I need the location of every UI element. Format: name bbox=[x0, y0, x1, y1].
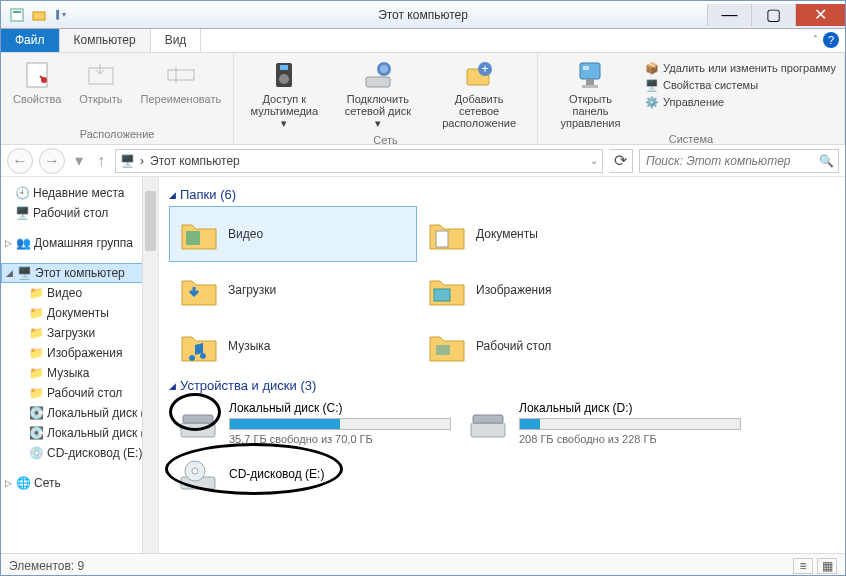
ribbon-map-drive-button[interactable]: Подключитьсетевой диск ▾ bbox=[336, 57, 419, 132]
maximize-button[interactable]: ▢ bbox=[751, 4, 795, 26]
sidebar-item-this-pc[interactable]: ◢🖥️Этот компьютер bbox=[1, 263, 158, 283]
ribbon-properties-button[interactable]: Свойства bbox=[9, 57, 65, 126]
sidebar-item-homegroup[interactable]: ▷👥Домашняя группа bbox=[1, 233, 158, 253]
address-bar[interactable]: 🖥️ › Этот компьютер ⌄ bbox=[115, 149, 603, 173]
address-row: ← → ▾ ↑ 🖥️ › Этот компьютер ⌄ ⟳ 🔍 bbox=[1, 145, 845, 177]
folder-music[interactable]: Музыка bbox=[169, 318, 417, 374]
section-drives[interactable]: ◢Устройства и диски (3) bbox=[169, 374, 835, 397]
ribbon-collapse-icon[interactable]: ˆ bbox=[814, 35, 817, 46]
nav-history-dropdown[interactable]: ▾ bbox=[71, 148, 87, 174]
section-folders[interactable]: ◢Папки (6) bbox=[169, 183, 835, 206]
recent-icon: 🕘 bbox=[15, 186, 29, 200]
breadcrumb-current[interactable]: Этот компьютер bbox=[150, 154, 240, 168]
title-bar: ▌▾ Этот компьютер — ▢ ✕ bbox=[1, 1, 845, 29]
ribbon-uninstall-button[interactable]: 📦Удалить или изменить программу bbox=[645, 61, 836, 75]
sidebar-item-pictures[interactable]: 📁Изображения bbox=[1, 343, 158, 363]
sidebar-item-documents[interactable]: 📁Документы bbox=[1, 303, 158, 323]
box-icon: 📦 bbox=[645, 61, 659, 75]
sidebar-item-drive-d[interactable]: 💽Локальный диск (D:) bbox=[1, 423, 158, 443]
drive-d-name: Локальный диск (D:) bbox=[519, 401, 741, 415]
svg-rect-10 bbox=[280, 65, 288, 70]
sidebar-item-network[interactable]: ▷🌐Сеть bbox=[1, 473, 158, 493]
ribbon-add-network-location-button[interactable]: + Добавить сетевоерасположение bbox=[429, 57, 529, 132]
svg-rect-21 bbox=[186, 231, 200, 245]
view-details-button[interactable]: ≡ bbox=[793, 558, 813, 574]
svg-rect-22 bbox=[436, 231, 448, 247]
qat-properties-icon[interactable] bbox=[9, 7, 25, 23]
svg-rect-6 bbox=[168, 70, 194, 80]
drive-icon: 💽 bbox=[29, 426, 43, 440]
search-input[interactable] bbox=[644, 153, 819, 169]
sidebar-item-videos[interactable]: 📁Видео bbox=[1, 283, 158, 303]
ribbon-manage-button[interactable]: ⚙️Управление bbox=[645, 95, 836, 109]
search-icon[interactable]: 🔍 bbox=[819, 154, 834, 168]
help-icon[interactable]: ? bbox=[823, 32, 839, 48]
svg-point-9 bbox=[279, 74, 289, 84]
drive-e-cd[interactable]: CD-дисковод (E:) bbox=[169, 449, 459, 499]
svg-rect-18 bbox=[586, 79, 594, 85]
drive-c-name: Локальный диск (C:) bbox=[229, 401, 451, 415]
chevron-down-icon: ◢ bbox=[169, 381, 176, 391]
search-box[interactable]: 🔍 bbox=[639, 149, 839, 173]
sidebar-item-recent[interactable]: 🕘Недавние места bbox=[1, 183, 158, 203]
computer-icon: 🖥️ bbox=[17, 266, 31, 280]
computer-icon: 🖥️ bbox=[120, 154, 134, 168]
ribbon-rename-button[interactable]: Переименовать bbox=[137, 57, 226, 126]
svg-point-13 bbox=[380, 65, 388, 73]
drive-c[interactable]: Локальный диск (C:) 35,7 ГБ свободно из … bbox=[169, 397, 459, 449]
tab-view[interactable]: Вид bbox=[151, 29, 202, 52]
folder-downloads[interactable]: Загрузки bbox=[169, 262, 417, 318]
nav-back-button[interactable]: ← bbox=[7, 148, 33, 174]
network-icon: 🌐 bbox=[16, 476, 30, 490]
folder-desktop[interactable]: Рабочий стол bbox=[417, 318, 665, 374]
qat-dropdown-icon[interactable]: ▌▾ bbox=[53, 7, 69, 23]
svg-rect-11 bbox=[366, 77, 390, 87]
svg-rect-5 bbox=[89, 68, 113, 84]
collapse-icon[interactable]: ◢ bbox=[6, 268, 13, 278]
sidebar-scrollbar[interactable] bbox=[142, 177, 158, 553]
expand-icon[interactable]: ▷ bbox=[5, 478, 12, 488]
qat-new-folder-icon[interactable] bbox=[31, 7, 47, 23]
tab-computer[interactable]: Компьютер bbox=[60, 29, 151, 52]
chevron-down-icon: ◢ bbox=[169, 190, 176, 200]
drive-e-name: CD-дисковод (E:) bbox=[229, 467, 451, 481]
downloads-folder-icon: 📁 bbox=[29, 326, 43, 340]
expand-icon[interactable]: ▷ bbox=[5, 238, 12, 248]
svg-rect-25 bbox=[181, 423, 215, 437]
sidebar-item-music[interactable]: 📁Музыка bbox=[1, 363, 158, 383]
svg-rect-0 bbox=[11, 9, 23, 21]
drive-c-free: 35,7 ГБ свободно из 70,0 ГБ bbox=[229, 433, 451, 445]
view-icons-button[interactable]: ▦ bbox=[817, 558, 837, 574]
svg-rect-19 bbox=[582, 85, 598, 88]
sidebar-item-cd-drive[interactable]: 💿CD-дисковод (E:) bbox=[1, 443, 158, 463]
sidebar-item-downloads[interactable]: 📁Загрузки bbox=[1, 323, 158, 343]
close-button[interactable]: ✕ bbox=[795, 4, 845, 26]
folder-pictures[interactable]: Изображения bbox=[417, 262, 665, 318]
ribbon-group-location-label: Расположение bbox=[9, 126, 225, 144]
homegroup-icon: 👥 bbox=[16, 236, 30, 250]
sidebar-item-desktop-sub[interactable]: 📁Рабочий стол bbox=[1, 383, 158, 403]
folder-documents[interactable]: Документы bbox=[417, 206, 665, 262]
drive-icon: 💽 bbox=[29, 406, 43, 420]
nav-up-button[interactable]: ↑ bbox=[93, 148, 109, 174]
drive-d[interactable]: Локальный диск (D:) 208 ГБ свободно из 2… bbox=[459, 397, 749, 449]
folder-videos[interactable]: Видео bbox=[169, 206, 417, 262]
svg-text:+: + bbox=[482, 62, 489, 76]
sidebar-item-desktop[interactable]: 🖥️Рабочий стол bbox=[1, 203, 158, 223]
status-bar: Элементов: 9 ≡ ▦ bbox=[1, 553, 845, 576]
ribbon-control-panel-button[interactable]: Открыть панельуправления bbox=[546, 57, 635, 131]
gear-icon: ⚙️ bbox=[645, 95, 659, 109]
nav-forward-button[interactable]: → bbox=[39, 148, 65, 174]
refresh-button[interactable]: ⟳ bbox=[609, 149, 633, 173]
sidebar-item-drive-c[interactable]: 💽Локальный диск (C:) bbox=[1, 403, 158, 423]
ribbon-system-properties-button[interactable]: 🖥️Свойства системы bbox=[645, 78, 836, 92]
svg-rect-24 bbox=[436, 345, 450, 355]
svg-rect-3 bbox=[27, 63, 47, 87]
minimize-button[interactable]: — bbox=[707, 4, 751, 26]
tab-file[interactable]: Файл bbox=[1, 29, 60, 52]
svg-point-31 bbox=[192, 468, 198, 474]
ribbon-open-button[interactable]: Открыть bbox=[75, 57, 126, 126]
svg-rect-26 bbox=[183, 415, 213, 423]
ribbon-media-access-button[interactable]: Доступ кмультимедиа ▾ bbox=[242, 57, 326, 132]
svg-rect-17 bbox=[580, 63, 600, 79]
